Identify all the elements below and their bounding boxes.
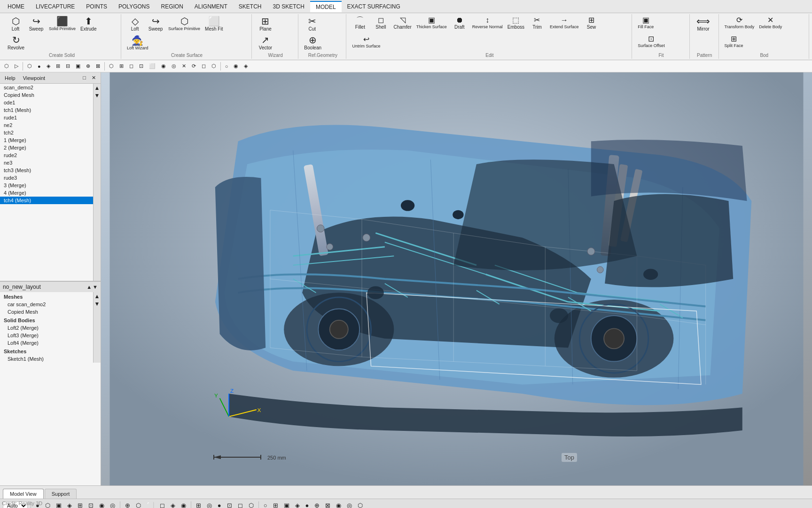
menu-alignment[interactable]: ALIGNMENT [189,1,233,12]
statusbar-btn-16[interactable]: ◎ [205,501,214,508]
tb2-btn-plus[interactable]: ⊕ [84,62,93,70]
menu-3dsketch[interactable]: 3D SKETCH [267,1,310,12]
ribbon-btn-draft[interactable]: ⏺ Draft [450,15,469,31]
scroll-bottom-down-icon[interactable]: ▼ [94,301,100,307]
tb2-btn-quad[interactable]: ◻ [127,62,136,70]
ribbon-btn-mirror[interactable]: ⟺ Mirror [694,15,713,33]
tb2-btn-hexagon[interactable]: ⬡ [2,62,11,70]
statusbar-btn-26[interactable]: ⊕ [312,501,321,508]
statusbar-btn-7[interactable]: ◉ [97,501,106,508]
menu-exact-surfacing[interactable]: EXACT SURFACING [342,1,406,12]
ribbon-btn-extend-surface[interactable]: → Extend Surface [548,15,581,31]
tree-item-ode1[interactable]: ode1 [0,99,93,106]
tree-item-loft2-merge[interactable]: Loft2 (Merge) [0,324,93,332]
tree-item-3-merge[interactable]: 3 (Merge) [0,182,93,189]
statusbar-btn-24[interactable]: ◈ [293,501,302,508]
tab-support[interactable]: Support [45,489,77,499]
tree-item-ne2[interactable]: ne2 [0,121,93,129]
statusbar-btn-14[interactable]: ◉ [179,501,188,508]
statusbar-btn-22[interactable]: ⊞ [271,501,280,508]
tb2-btn-mesh[interactable]: ⬡ [25,62,34,70]
panel-tab-viewpoint[interactable]: Viewpoint [21,75,47,81]
tb2-btn-close[interactable]: ◎ [169,62,179,70]
ribbon-btn-sweep[interactable]: ↪ Sweep [26,15,46,33]
statusbar-btn-8[interactable]: ◎ [108,501,117,508]
panel-bottom-collapse-btn[interactable]: ▲ [86,284,92,290]
ribbon-btn-split-face[interactable]: ⊞ Split Face [723,34,745,49]
tb2-btn-x[interactable]: ✕ [180,62,188,70]
ribbon-btn-loft[interactable]: ⬡ Loft [6,15,25,33]
ribbon-btn-chamfer[interactable]: ◹ Chamfer [391,15,413,31]
statusbar-btn-15[interactable]: ⊞ [194,501,203,508]
ribbon-btn-sew[interactable]: ⊞ Sew [582,15,601,31]
tb2-btn-zoom[interactable]: ◉ [231,62,241,70]
ribbon-btn-delete-body[interactable]: ✕ Delete Body [757,15,784,31]
tb2-btn-dot-circle[interactable]: ⊡ [137,62,146,70]
statusbar-btn-2[interactable]: ⬡ [43,501,52,508]
panel-bottom-scroll-btn[interactable]: ▼ [93,284,98,290]
ribbon-btn-transform-body[interactable]: ⟳ Transform Body [723,15,757,31]
statusbar-btn-21[interactable]: ○ [262,501,269,508]
panel-restore-btn[interactable]: □ [81,74,88,81]
tree-scroll-bar[interactable]: ▲ ▼ [93,84,101,281]
tree-item-loft3-merge[interactable]: Loft3 (Merge) [0,332,93,339]
tb2-btn-minus-view[interactable]: ⊟ [63,62,72,70]
tree-item-tch4-mesh-selected[interactable]: tch4 (Mesh) [0,197,93,204]
tb2-btn-3d-view[interactable]: ⊞ [54,62,62,70]
tree-item-copied-mesh[interactable]: Copied Mesh [0,91,93,99]
statusbar-btn-19[interactable]: ◻ [236,501,245,508]
tb2-btn-rotate[interactable]: ⟳ [189,62,198,70]
statusbar-btn-30[interactable]: ⬡ [356,501,365,508]
tree-item-sketch1-mesh[interactable]: Sketch1 (Mesh) [0,355,93,363]
ribbon-btn-solid-prim[interactable]: ⬛ Solid Primitive [47,15,78,32]
tab-model-view[interactable]: Model View [3,489,44,499]
statusbar-btn-5[interactable]: ⊞ [76,501,85,508]
ribbon-btn-boolean[interactable]: ⊕ Boolean [302,34,323,52]
statusbar-btn-18[interactable]: ⊡ [225,501,234,508]
statusbar-btn-9[interactable]: ⊕ [123,501,132,508]
statusbar-btn-11[interactable]: ⬜ [145,501,156,508]
ribbon-btn-untrim[interactable]: ↩ Untrim Surface [350,34,382,50]
tb2-btn-ring[interactable]: ◉ [159,62,168,70]
tb2-btn-circle[interactable]: ● [35,63,43,70]
menu-sketch[interactable]: SKETCH [233,1,267,12]
ribbon-btn-loft-wizard[interactable]: 🧙 Loft Wizard [125,34,150,52]
tb2-btn-search[interactable]: ○ [223,63,231,70]
ribbon-btn-shell[interactable]: ◻ Shell [371,15,390,31]
ribbon-btn-loft-surface[interactable]: ◇ Loft [125,15,145,33]
ribbon-btn-cut[interactable]: ✂ Cut [302,15,322,33]
statusbar-btn-3[interactable]: ▣ [54,501,63,508]
tree-bottom-scroll-bar[interactable]: ▲ ▼ [93,292,101,363]
scroll-down-icon[interactable]: ▼ [94,92,100,99]
ribbon-btn-surf-prim[interactable]: ⬡ Surface Primitive [166,15,202,32]
statusbar-btn-12[interactable]: ◻ [158,501,167,508]
statusbar-btn-27[interactable]: ⊠ [323,501,332,508]
tree-item-rude1[interactable]: rude1 [0,114,93,121]
ribbon-btn-fill-face[interactable]: ▣ Fill Face [636,15,656,31]
ribbon-btn-thicken[interactable]: ▣ Thicken Surface [414,15,449,31]
menu-model[interactable]: MODEL [310,1,342,12]
statusbar-btn-10[interactable]: ⬡ [134,501,143,508]
ribbon-btn-extrude[interactable]: ⬆ Extrude [78,15,98,33]
tree-item-scan-demo2[interactable]: scan_demo2 [0,84,93,91]
tb2-btn-cross[interactable]: ⊠ [94,62,102,70]
tree-item-copied-mesh-bottom[interactable]: Copied Mesh [0,308,93,316]
tree-item-ne3[interactable]: ne3 [0,159,93,167]
tb2-btn-play[interactable]: ▷ [12,62,21,70]
ribbon-btn-reverse-normal[interactable]: ↕ Reverse Normal [470,15,505,31]
statusbar-btn-17[interactable]: ● [216,501,223,508]
tb2-btn-bullseye[interactable]: ⬜ [147,62,158,70]
statusbar-btn-23[interactable]: ▣ [282,501,291,508]
tree-item-rude2[interactable]: rude2 [0,151,93,159]
statusbar-btn-28[interactable]: ◉ [334,501,343,508]
tree-item-tch3-mesh[interactable]: tch3 (Mesh) [0,167,93,174]
statusbar-btn-4[interactable]: ◈ [65,501,74,508]
menu-home[interactable]: HOME [2,1,30,12]
tb2-btn-zoom2[interactable]: ◈ [242,62,250,70]
scroll-bottom-up-icon[interactable]: ▲ [94,293,100,300]
menu-polygons[interactable]: POLYGONS [113,1,155,12]
statusbar-btn-6[interactable]: ⊡ [86,501,95,508]
menu-region[interactable]: REGION [156,1,189,12]
menu-livecapture[interactable]: LIVECAPTURE [30,1,80,12]
tree-item-1-merge[interactable]: 1 (Merge) [0,136,93,144]
